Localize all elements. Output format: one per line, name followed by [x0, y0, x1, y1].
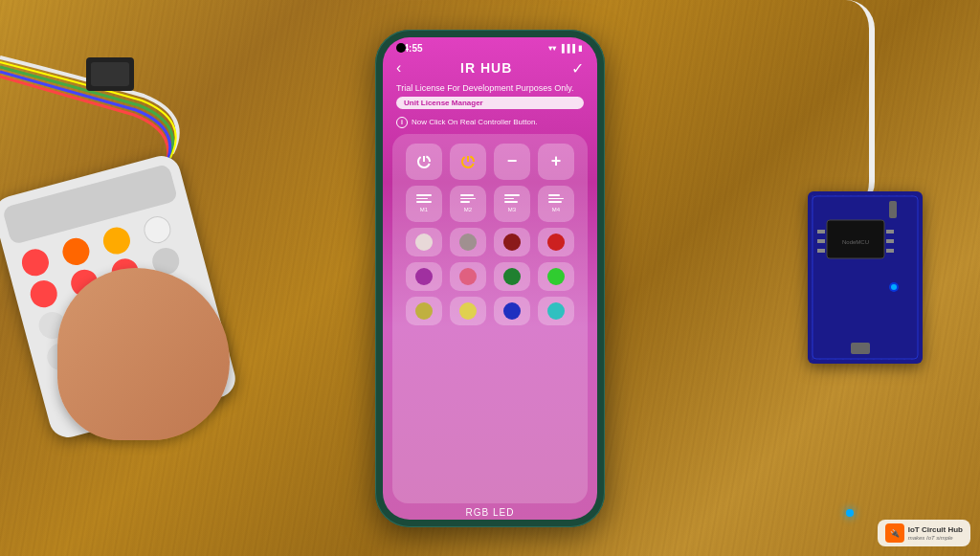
m1-label: M1	[420, 207, 428, 212]
remote-btn-red2	[28, 278, 60, 310]
board-art: NodeMCU	[808, 191, 923, 364]
svg-rect-7	[817, 249, 825, 253]
m1-lines-icon	[416, 194, 432, 203]
color-button-darkgreen[interactable]	[494, 262, 530, 291]
front-camera	[396, 43, 406, 53]
phone: 04:55 ▾▾ ▐▐▐ ▮ ‹ IR HUB ✓ Trial License …	[375, 30, 605, 527]
remote-btn-orange	[59, 235, 92, 268]
color-dot-darkred	[503, 234, 521, 251]
m3-label: M3	[508, 207, 516, 212]
info-icon: i	[396, 117, 408, 128]
m2-label: M2	[464, 207, 472, 212]
remote-btn-white	[141, 213, 173, 246]
m2-lines-icon	[460, 194, 476, 203]
svg-text:NodeMCU: NodeMCU	[842, 239, 869, 245]
color-button-darkred[interactable]	[494, 228, 530, 256]
license-text: Trial License For Development Purposes O…	[383, 83, 597, 97]
status-icons: ▾▾ ▐▐▐ ▮	[548, 44, 582, 53]
svg-rect-6	[817, 239, 825, 243]
remote-grid: − + M1	[392, 134, 588, 503]
signal-icon: ▐▐▐	[559, 44, 575, 53]
watermark-icon: 🔌	[885, 523, 904, 543]
remote-btn-red1	[19, 246, 52, 278]
usb-cable	[817, 0, 875, 211]
color-dot-gray	[459, 234, 477, 251]
info-text: Now Click On Real Controller Button.	[412, 118, 538, 126]
remote-btn-yellow	[100, 224, 133, 256]
svg-rect-5	[817, 230, 825, 234]
mode-m4-button[interactable]: M4	[538, 186, 574, 222]
color-dot-red	[547, 234, 565, 251]
mode-row: M1 M2	[400, 186, 580, 222]
color-button-pink[interactable]	[450, 262, 486, 291]
wifi-icon: ▾▾	[548, 44, 556, 53]
back-button[interactable]: ‹	[396, 59, 401, 77]
color-dot-darkyellow	[415, 302, 433, 320]
color-button-blue[interactable]	[494, 297, 530, 325]
watermark-text-block: IoT Circuit Hub makes IoT simple	[908, 525, 963, 541]
status-bar: 04:55 ▾▾ ▐▐▐ ▮	[383, 37, 597, 56]
battery-icon: ▮	[578, 44, 582, 53]
circuit-board: NodeMCU	[808, 191, 923, 364]
license-manager-button[interactable]: Unit License Manager	[396, 97, 584, 109]
phone-screen: 04:55 ▾▾ ▐▐▐ ▮ ‹ IR HUB ✓ Trial License …	[383, 37, 597, 520]
color-button-white[interactable]	[406, 228, 442, 256]
svg-rect-9	[886, 239, 894, 243]
led-indicator	[846, 509, 854, 517]
power-row: − +	[400, 144, 580, 180]
color-dot-darkgreen	[503, 268, 521, 285]
phone-outer: 04:55 ▾▾ ▐▐▐ ▮ ‹ IR HUB ✓ Trial License …	[375, 30, 605, 527]
power-on-icon	[460, 154, 476, 169]
svg-rect-10	[886, 249, 894, 253]
power-off-icon	[416, 154, 432, 169]
app-header: ‹ IR HUB ✓	[383, 56, 597, 83]
svg-rect-11	[851, 343, 870, 354]
power-on-button[interactable]	[450, 144, 486, 180]
color-button-yellow[interactable]	[450, 297, 486, 325]
color-dot-yellow	[459, 302, 477, 320]
color-button-red[interactable]	[538, 228, 574, 256]
confirm-button[interactable]: ✓	[571, 59, 584, 78]
watermark-subtitle: makes IoT simple	[908, 535, 963, 541]
m4-label: M4	[552, 207, 560, 212]
svg-point-13	[891, 284, 897, 290]
mode-m2-button[interactable]: M2	[450, 186, 486, 222]
color-dot-cyan	[547, 302, 565, 320]
color-dot-white	[415, 234, 433, 251]
rgb-led-label: RGB LED	[383, 503, 597, 520]
power-off-button[interactable]	[406, 144, 442, 180]
color-button-purple[interactable]	[406, 262, 442, 291]
watermark: 🔌 IoT Circuit Hub makes IoT simple	[878, 520, 970, 546]
color-row-1	[400, 228, 580, 256]
info-row: i Now Click On Real Controller Button.	[383, 115, 597, 134]
svg-rect-8	[886, 230, 894, 234]
color-dot-blue	[503, 302, 521, 320]
color-button-green[interactable]	[538, 262, 574, 291]
m4-lines-icon	[548, 194, 564, 203]
mode-m1-button[interactable]: M1	[406, 186, 442, 222]
svg-rect-14	[889, 201, 897, 218]
brightness-down-button[interactable]: −	[494, 144, 530, 180]
color-button-darkyellow[interactable]	[406, 297, 442, 325]
brightness-up-button[interactable]: +	[538, 144, 574, 180]
color-button-cyan[interactable]	[538, 297, 574, 325]
m3-lines-icon	[504, 194, 520, 203]
color-button-gray[interactable]	[450, 228, 486, 256]
color-dot-pink	[459, 268, 477, 285]
mode-m3-button[interactable]: M3	[494, 186, 530, 222]
color-dot-purple	[415, 268, 433, 285]
app-title: IR HUB	[460, 60, 512, 76]
color-row-2	[400, 262, 580, 291]
color-row-3	[400, 297, 580, 325]
color-dot-green	[547, 268, 565, 285]
watermark-title: IoT Circuit Hub	[908, 525, 963, 535]
